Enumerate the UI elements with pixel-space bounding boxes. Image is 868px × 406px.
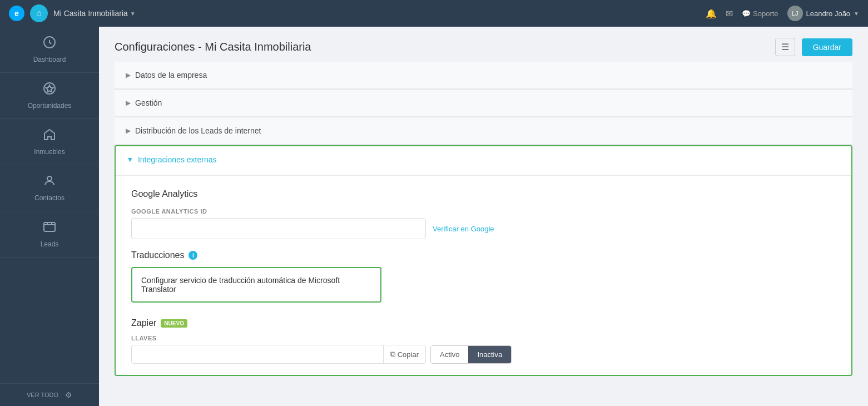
oportunidades-icon <box>43 82 56 98</box>
sidebar-item-inmuebles[interactable]: Inmuebles <box>0 119 99 165</box>
accordion-header-integraciones[interactable]: ▼ Integraciones externas <box>116 146 851 173</box>
sidebar-bottom: VER TODO ⚙ <box>0 383 99 406</box>
sidebar-item-oportunidades[interactable]: Oportunidades <box>0 73 99 119</box>
company-icon: ⌂ <box>30 4 48 22</box>
mail-icon[interactable]: ✉ <box>726 8 733 19</box>
notification-icon[interactable]: 🔔 <box>706 8 717 19</box>
copy-icon: ⧉ <box>390 350 395 359</box>
translation-config-button[interactable]: Configurar servicio de traducción automá… <box>131 267 381 303</box>
chevron-right-icon-3: ▶ <box>126 127 131 135</box>
main-content: Configuraciones - Mi Casita Inmobiliaria… <box>99 27 868 406</box>
accordion-header-datos[interactable]: ▶ Datos de la empresa <box>115 62 852 89</box>
zapier-input-wrapper: ⧉ Copiar <box>131 345 426 364</box>
accordion-datos-empresa: ▶ Datos de la empresa <box>115 62 852 90</box>
content-body: ▶ Datos de la empresa ▶ Gestión ▶ Distri… <box>99 62 868 406</box>
menu-icon-button[interactable]: ☰ <box>775 38 795 56</box>
topbar-actions: 🔔 ✉ 💬 Soporte LJ Leandro João ▼ <box>706 6 859 21</box>
user-menu[interactable]: LJ Leandro João ▼ <box>787 6 859 21</box>
analytics-field-row: Verificar en Google <box>131 218 836 239</box>
sidebar-item-leads[interactable]: Leads <box>0 211 99 258</box>
sidebar-settings-icon[interactable]: ⚙ <box>65 390 72 399</box>
contactos-icon <box>43 174 56 191</box>
topbar: e ⌂ Mi Casita Inmobiliaria ▼ 🔔 ✉ 💬 Sopor… <box>0 0 868 27</box>
llaves-label: LLAVES <box>131 335 836 341</box>
zapier-section: Zapier NUEVO LLAVES ⧉ Copiar <box>131 318 836 364</box>
support-button[interactable]: 💬 Soporte <box>742 9 778 18</box>
sidebar-item-dashboard[interactable]: Dashboard <box>0 27 99 73</box>
company-selector[interactable]: Mi Casita Inmobiliaria ▼ <box>53 9 136 18</box>
header-actions: ☰ Guardar <box>775 38 852 56</box>
nuevo-badge: NUEVO <box>161 319 187 328</box>
traducciones-title: Traducciones <box>131 250 184 260</box>
inmuebles-icon <box>43 128 56 145</box>
google-analytics-title: Google Analytics <box>131 189 836 199</box>
svg-point-2 <box>47 176 52 181</box>
zapier-key-input[interactable] <box>132 345 383 363</box>
user-chevron-icon: ▼ <box>854 11 859 17</box>
sidebar: Dashboard Oportunidades Inmuebles <box>0 27 99 406</box>
toggle-group: Activo Inactiva <box>430 345 512 364</box>
page-title: Configuraciones - Mi Casita Inmobiliaria <box>115 41 311 53</box>
app-logo: e <box>9 6 24 21</box>
google-analytics-section: Google Analytics GOOGLE ANALYTICS ID Ver… <box>131 189 836 239</box>
accordion-header-gestion[interactable]: ▶ Gestión <box>115 90 852 117</box>
activo-toggle-button[interactable]: Activo <box>431 346 468 363</box>
copy-button[interactable]: ⧉ Copiar <box>383 345 425 363</box>
accordion-gestion: ▶ Gestión <box>115 90 852 117</box>
chevron-right-icon: ▶ <box>126 71 131 79</box>
accordion-header-distribucion[interactable]: ▶ Distribución de los Leads de internet <box>115 117 852 145</box>
traducciones-section: Traducciones i Configurar servicio de tr… <box>131 250 836 303</box>
traducciones-header: Traducciones i <box>131 250 836 260</box>
content-header: Configuraciones - Mi Casita Inmobiliaria… <box>99 27 868 62</box>
zapier-input-row: ⧉ Copiar Activo Inactiva <box>131 345 836 364</box>
verify-google-link[interactable]: Verificar en Google <box>433 225 494 233</box>
accordion-distribucion: ▶ Distribución de los Leads de internet <box>115 117 852 145</box>
zapier-title: Zapier <box>131 318 156 328</box>
company-chevron-icon: ▼ <box>130 11 136 17</box>
chevron-right-icon-2: ▶ <box>126 99 131 107</box>
inactiva-toggle-button[interactable]: Inactiva <box>468 346 511 363</box>
ver-todo-link[interactable]: VER TODO <box>27 392 58 398</box>
save-button[interactable]: Guardar <box>802 38 852 56</box>
accordion-integraciones: ▼ Integraciones externas Google Analytic… <box>115 145 852 376</box>
avatar: LJ <box>787 6 803 21</box>
svg-rect-3 <box>44 222 55 231</box>
leads-icon <box>43 220 56 237</box>
analytics-field-label: GOOGLE ANALYTICS ID <box>131 208 836 215</box>
integraciones-content: Google Analytics GOOGLE ANALYTICS ID Ver… <box>116 178 851 375</box>
zapier-header: Zapier NUEVO <box>131 318 836 328</box>
dashboard-icon <box>43 36 56 52</box>
sidebar-item-contactos[interactable]: Contactos <box>0 165 99 211</box>
chevron-down-icon: ▼ <box>127 156 133 164</box>
support-chat-icon: 💬 <box>742 9 751 18</box>
analytics-id-input[interactable] <box>131 218 426 239</box>
info-icon[interactable]: i <box>189 251 197 260</box>
